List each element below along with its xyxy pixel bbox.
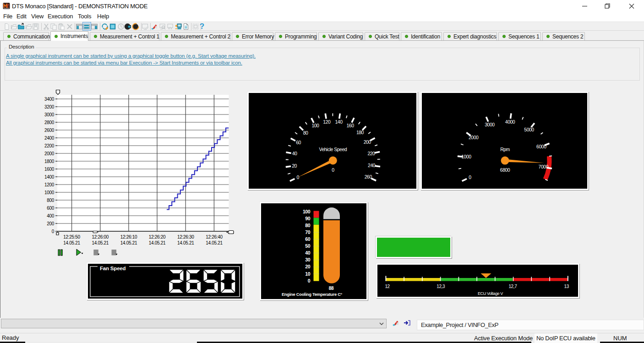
svg-text:ECU Voltage V: ECU Voltage V: [478, 291, 503, 296]
svg-text:260: 260: [365, 174, 372, 180]
svg-text:0: 0: [296, 174, 299, 180]
svg-text:100: 100: [303, 209, 311, 214]
svg-text:70: 70: [305, 229, 310, 235]
svg-text:50: 50: [305, 243, 310, 249]
svg-text:140: 140: [335, 119, 343, 125]
svg-text:13: 13: [564, 284, 569, 289]
svg-text:220: 220: [367, 151, 375, 156]
svg-text:160: 160: [346, 123, 354, 128]
svg-text:2000: 2000: [469, 135, 479, 140]
svg-text:12,7: 12,7: [508, 284, 517, 289]
svg-text:3400: 3400: [44, 97, 55, 102]
svg-text:0: 0: [469, 174, 471, 180]
svg-text:14.05.21: 14.05.21: [149, 240, 166, 245]
svg-text:Fan Speed: Fan Speed: [100, 266, 126, 271]
svg-text:2400: 2400: [44, 136, 55, 141]
svg-text:20: 20: [292, 163, 297, 169]
svg-text:40: 40: [292, 151, 297, 156]
svg-text:200: 200: [364, 139, 371, 145]
svg-text:Vehicle Speed: Vehicle Speed: [319, 147, 347, 152]
svg-text:12: 12: [385, 284, 390, 289]
svg-text:60: 60: [305, 236, 310, 242]
svg-text:400: 400: [47, 213, 55, 218]
svg-text:14.05.21: 14.05.21: [120, 240, 137, 245]
svg-text:12:26:30: 12:26:30: [177, 234, 194, 240]
svg-text:2000: 2000: [44, 151, 55, 156]
svg-text:10: 10: [305, 271, 310, 277]
svg-text:3000: 3000: [44, 112, 55, 117]
svg-text:5000: 5000: [524, 127, 534, 132]
svg-text:20: 20: [305, 264, 310, 269]
svg-text:800: 800: [47, 198, 55, 203]
svg-text:120: 120: [323, 119, 331, 125]
svg-text:2800: 2800: [44, 120, 55, 125]
svg-text:1000: 1000: [44, 190, 55, 195]
svg-text:30: 30: [305, 257, 310, 262]
svg-text:80: 80: [303, 130, 308, 136]
svg-text:12,3: 12,3: [437, 284, 445, 289]
svg-text:1200: 1200: [44, 182, 55, 187]
svg-text:14.05.21: 14.05.21: [206, 240, 223, 245]
svg-text:88: 88: [329, 286, 334, 291]
svg-text:12:26:00: 12:26:00: [92, 234, 109, 240]
svg-text:12:26:10: 12:26:10: [120, 234, 137, 240]
svg-text:100: 100: [311, 123, 319, 128]
svg-text:7000: 7000: [539, 164, 549, 169]
svg-text:600: 600: [47, 206, 55, 211]
svg-text:2200: 2200: [44, 143, 55, 148]
svg-text:4000: 4000: [505, 119, 515, 125]
svg-text:1800: 1800: [44, 159, 55, 164]
svg-text:60: 60: [296, 140, 301, 145]
svg-text:6000: 6000: [536, 144, 546, 149]
svg-text:Rpm: Rpm: [500, 147, 510, 152]
svg-text:14.05.21: 14.05.21: [177, 240, 194, 245]
svg-text:180: 180: [356, 130, 364, 135]
svg-text:12:25:50: 12:25:50: [63, 234, 80, 240]
svg-text:1400: 1400: [44, 174, 55, 180]
svg-text:1600: 1600: [44, 167, 55, 172]
svg-text:3200: 3200: [44, 104, 55, 109]
svg-text:200: 200: [47, 221, 55, 226]
svg-text:12:26:20: 12:26:20: [149, 234, 166, 240]
svg-text:40: 40: [305, 250, 310, 256]
svg-text:14.05.21: 14.05.21: [63, 240, 80, 245]
svg-text:240: 240: [368, 163, 376, 168]
svg-text:Engine Cooling Temperature C°: Engine Cooling Temperature C°: [282, 292, 343, 297]
svg-text:6800: 6800: [500, 167, 510, 173]
svg-text:90: 90: [305, 216, 310, 221]
svg-text:1000: 1000: [461, 154, 471, 159]
svg-text:0: 0: [308, 278, 311, 283]
svg-text:0: 0: [52, 229, 55, 234]
svg-text:14.05.21: 14.05.21: [92, 240, 109, 245]
svg-text:3000: 3000: [485, 122, 495, 127]
svg-text:2600: 2600: [44, 128, 55, 133]
svg-text:80: 80: [305, 223, 310, 228]
svg-text:12:26:40: 12:26:40: [206, 234, 223, 240]
svg-text:0: 0: [332, 167, 334, 173]
